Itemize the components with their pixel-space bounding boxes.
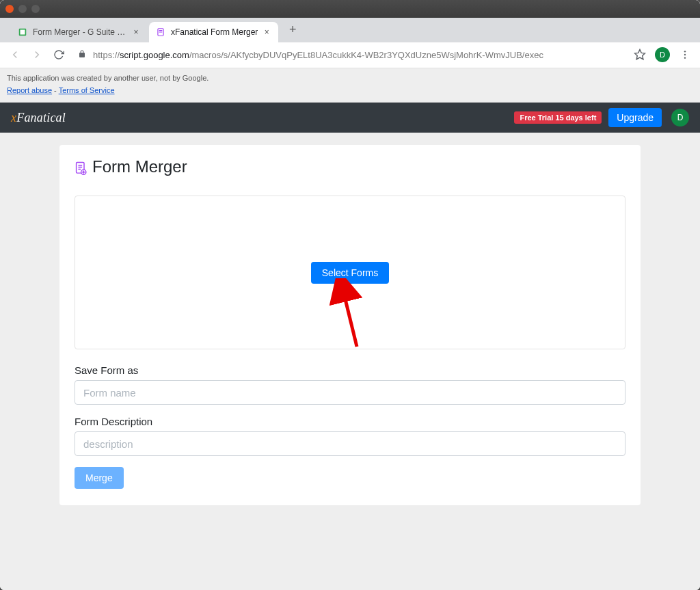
browser-tab-formmerger[interactable]: xFanatical Form Merger × xyxy=(149,22,278,42)
forms-drop-area: Select Forms xyxy=(75,196,625,349)
svg-point-8 xyxy=(684,57,686,59)
nav-reload-button[interactable] xyxy=(49,45,68,64)
svg-point-6 xyxy=(684,51,686,53)
lock-icon xyxy=(78,50,86,60)
trial-badge: Free Trial 15 days left xyxy=(514,111,602,124)
new-tab-button[interactable]: + xyxy=(284,21,301,39)
svg-line-14 xyxy=(342,285,357,347)
form-actions: Merge xyxy=(75,467,625,489)
window-minimize-button[interactable] xyxy=(18,5,27,13)
brand-rest: Fanatical xyxy=(16,111,66,124)
browser-toolbar: https:// script.google.com /macros/s/AKf… xyxy=(0,42,700,68)
svg-point-7 xyxy=(684,54,686,55)
form-name-input[interactable] xyxy=(75,380,625,405)
browser-tabstrip: Form Merger - G Suite Marketpl… × xFanat… xyxy=(0,18,700,42)
page-title: Form Merger xyxy=(75,157,625,176)
svg-marker-5 xyxy=(635,50,645,59)
favicon-icon xyxy=(156,27,165,37)
report-abuse-link[interactable]: Report abuse xyxy=(7,86,52,94)
terms-of-service-link[interactable]: Terms of Service xyxy=(59,86,115,94)
tab-close-icon[interactable]: × xyxy=(131,27,141,37)
merge-button[interactable]: Merge xyxy=(75,467,124,489)
nav-forward-button[interactable] xyxy=(27,45,46,64)
save-form-as-label: Save Form as xyxy=(75,364,625,376)
save-form-as-group: Save Form as xyxy=(75,364,625,405)
browser-tab-marketplace[interactable]: Form Merger - G Suite Marketpl… × xyxy=(11,22,148,42)
window-close-button[interactable] xyxy=(5,5,14,13)
app-header: xFanatical Free Trial 15 days left Upgra… xyxy=(0,103,700,133)
brand-logo[interactable]: xFanatical xyxy=(11,111,66,125)
tab-title: Form Merger - G Suite Marketpl… xyxy=(33,27,127,37)
os-titlebar xyxy=(0,0,700,18)
url-prefix: https:// xyxy=(93,50,120,60)
upgrade-button[interactable]: Upgrade xyxy=(608,108,662,127)
bookmark-star-button[interactable] xyxy=(630,45,649,64)
annotation-arrow-icon xyxy=(329,278,371,353)
url-path: /macros/s/AKfycbyDUVqPyELt8UA3cukkK4-WB2… xyxy=(189,50,543,60)
address-bar[interactable]: https:// script.google.com /macros/s/AKf… xyxy=(71,45,628,64)
apps-script-disclaimer: This application was created by another … xyxy=(0,68,700,103)
disclaimer-text: This application was created by another … xyxy=(7,72,693,85)
tab-title: xFanatical Form Merger xyxy=(171,27,258,37)
favicon-icon xyxy=(18,27,27,37)
svg-rect-1 xyxy=(21,29,25,34)
form-description-input[interactable] xyxy=(75,431,625,456)
app-profile-avatar[interactable]: D xyxy=(671,109,689,126)
form-description-group: Form Description xyxy=(75,416,625,456)
url-host: script.google.com xyxy=(120,50,189,60)
select-forms-button[interactable]: Select Forms xyxy=(311,262,389,284)
browser-profile-avatar[interactable]: D xyxy=(655,47,670,62)
browser-menu-button[interactable] xyxy=(675,45,695,64)
form-merger-icon xyxy=(75,160,87,174)
page-body: Form Merger Select Forms Save Form as xyxy=(0,133,700,590)
tab-close-icon[interactable]: × xyxy=(262,27,271,37)
nav-back-button[interactable] xyxy=(5,45,25,64)
main-card: Form Merger Select Forms Save Form as xyxy=(59,145,641,505)
form-description-label: Form Description xyxy=(75,416,625,427)
page-title-text: Form Merger xyxy=(92,157,187,176)
window-maximize-button[interactable] xyxy=(31,5,40,13)
brand-x: x xyxy=(11,111,16,124)
